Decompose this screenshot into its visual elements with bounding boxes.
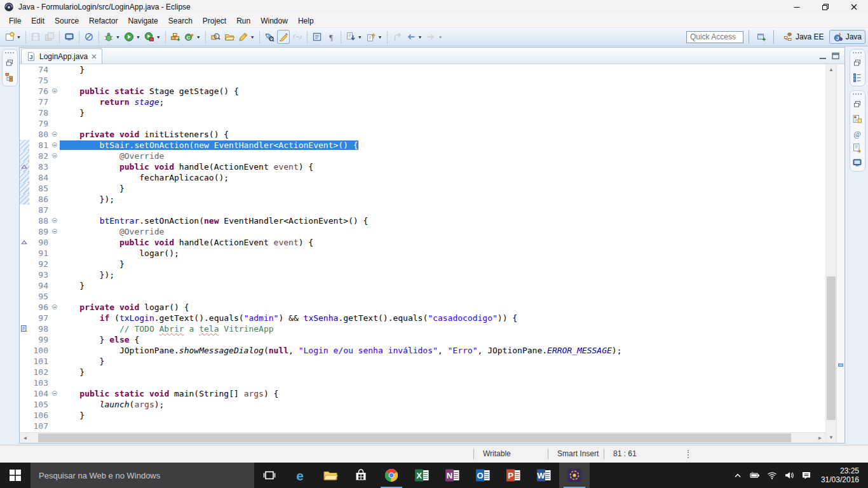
code-line-85[interactable]: 85 } [20,183,825,194]
open-type-button[interactable] [209,30,222,44]
code-line-82[interactable]: 82 @Override [20,151,825,161]
scroll-right-icon[interactable]: ► [815,433,825,443]
annotation-ruler-cell[interactable] [20,259,29,269]
code-line-90[interactable]: 90 public void handle(ActionEvent event)… [20,237,825,248]
code-line-104[interactable]: 104 public static void main(String[] arg… [20,388,825,399]
code-line-83[interactable]: 83 public void handle(ActionEvent event)… [20,161,825,172]
code-line-74[interactable]: 74 } [20,64,825,75]
dropdown-arrow-icon[interactable]: ▼ [196,35,201,39]
annotation-ruler-cell[interactable] [20,183,29,194]
tray-chevron-icon[interactable] [733,470,743,480]
annotation-ruler-cell[interactable] [20,345,29,356]
open-console-button[interactable] [63,30,76,44]
action-center-icon[interactable] [801,470,811,480]
dropdown-arrow-icon[interactable]: ▼ [418,35,423,39]
vertical-scroll-thumb[interactable] [827,276,836,420]
editor-maximize-icon[interactable] [831,51,841,61]
dropdown-arrow-icon[interactable]: ▼ [378,35,383,39]
taskbar-clock[interactable]: 23:25 31/03/2016 [818,466,864,484]
code-line-93[interactable]: 93 }); [20,269,825,280]
new-wizard-button[interactable]: ▼ [3,30,22,44]
collapse-icon[interactable] [52,304,57,309]
drag-handle[interactable] [853,93,862,95]
task-view-button[interactable] [254,463,285,488]
code-line-91[interactable]: 91 logar(); [20,248,825,259]
scroll-left-icon[interactable]: ◄ [20,433,31,443]
drag-handle[interactable] [853,52,862,53]
menu-file[interactable]: File [4,15,26,27]
scroll-down-icon[interactable]: ▼ [826,432,836,443]
outline-icon[interactable] [852,72,862,83]
show-whitespace-button[interactable]: ¶ [325,30,337,44]
tab-close-icon[interactable] [91,53,97,60]
menu-project[interactable]: Project [198,15,231,27]
annotation-ruler-cell[interactable] [20,377,29,388]
annotation-ruler-cell[interactable] [20,313,29,323]
package-explorer-icon[interactable] [4,72,15,83]
annotation-ruler-cell[interactable] [20,205,29,215]
code-line-78[interactable]: 78 } [20,107,825,118]
taskbar-app-store[interactable] [346,463,376,488]
battery-icon[interactable] [750,470,760,480]
java-perspective-button[interactable]: JJava [829,30,865,44]
code-line-79[interactable]: 79 [20,118,825,129]
annotation-ruler-cell[interactable] [20,302,29,313]
code-line-107[interactable]: 107 [20,421,825,431]
code-line-96[interactable]: 96 private void logar() { [20,302,825,313]
collapse-icon[interactable] [52,391,57,396]
code-line-86[interactable]: 86 }); [20,194,825,205]
dropdown-arrow-icon[interactable]: ▼ [358,35,362,39]
wifi-icon[interactable] [767,470,777,480]
vertical-scrollbar[interactable]: ▲ ▼ [825,64,836,443]
code-line-99[interactable]: 99 } else { [20,334,825,345]
menu-source[interactable]: Source [50,15,84,27]
annotation-ruler-cell[interactable] [20,291,29,302]
menu-refactor[interactable]: Refactor [84,15,123,27]
code-line-76[interactable]: 76 public static Stage getStage() { [20,86,825,97]
annotation-ruler-cell[interactable] [20,237,29,248]
taskbar-app-powerpoint[interactable]: P [498,463,529,488]
java-ee-perspective-button[interactable]: Java EE [779,30,828,44]
collapse-icon[interactable] [52,229,57,234]
save-button[interactable] [29,30,42,44]
code-line-101[interactable]: 101 } [20,356,825,367]
menu-edit[interactable]: Edit [26,15,50,27]
code-line-80[interactable]: 80 private void initListeners() { [20,129,825,140]
annotation-ruler-cell[interactable] [20,226,29,237]
annotation-ruler-cell[interactable] [20,421,29,431]
annotation-ruler-cell[interactable] [20,215,29,226]
annotation-ruler-cell[interactable] [20,399,29,410]
new-java-project-button[interactable] [169,30,182,44]
forward-button[interactable]: ▼ [424,30,444,44]
link-with-editor-button[interactable] [291,30,304,44]
previous-annotation-button[interactable]: ▼ [365,30,384,44]
drag-handle[interactable] [5,52,14,53]
start-button[interactable] [0,463,31,488]
volume-icon[interactable] [784,470,794,480]
collapse-icon[interactable] [52,132,57,137]
run-coverage-button[interactable]: ▼ [143,30,162,44]
code-line-100[interactable]: 100 JOptionPane.showMessageDialog(null, … [20,345,825,356]
annotation-ruler-cell[interactable] [20,118,29,129]
code-line-103[interactable]: 103 [20,377,825,388]
annotation-ruler-cell[interactable] [20,97,29,107]
menu-search[interactable]: Search [163,15,198,27]
code-line-94[interactable]: 94 } [20,280,825,291]
collapse-icon[interactable] [52,218,57,223]
taskbar-app-file-explorer[interactable] [315,463,346,488]
open-resource-button[interactable] [223,30,236,44]
last-edit-location-button[interactable] [391,30,403,44]
code-line-89[interactable]: 89 @Override [20,226,825,237]
overview-ruler[interactable] [836,64,844,443]
task-annotation-marker[interactable] [838,363,843,367]
declaration-icon[interactable] [852,143,862,153]
code-line-87[interactable]: 87 [20,205,825,215]
taskbar-app-word[interactable]: W [529,463,559,488]
horizontal-scroll-thumb[interactable] [38,433,791,442]
annotation-ruler-cell[interactable] [20,410,29,421]
external-tools-button[interactable]: ▼ [237,30,256,44]
code-line-98[interactable]: 98 // TODO Abrir a tela VitrineApp [20,323,825,334]
taskbar-app-onenote[interactable]: N [437,463,468,488]
open-perspective-button[interactable] [755,30,768,44]
minimize-button[interactable] [782,0,811,14]
